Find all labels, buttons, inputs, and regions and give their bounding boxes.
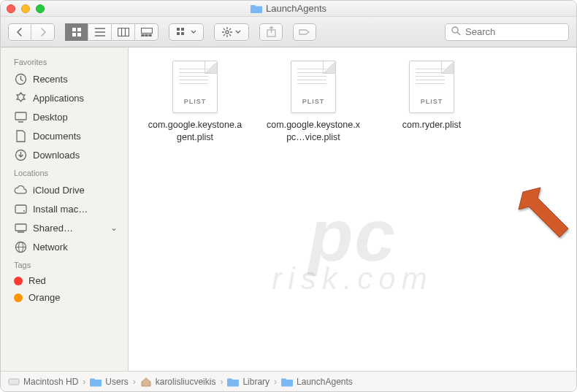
- sidebar-item-recents[interactable]: Recents: [8, 69, 123, 88]
- tags-button[interactable]: [293, 23, 316, 41]
- svg-rect-10: [142, 28, 153, 33]
- traffic-lights: [7, 4, 45, 13]
- sidebar-item-label: Install mac…: [33, 204, 88, 215]
- sidebar-item-installer[interactable]: Install mac…: [8, 199, 123, 218]
- sidebar-item-label: Applications: [33, 93, 84, 104]
- sidebar-item-label: Downloads: [33, 150, 80, 161]
- tag-orange-icon: [14, 293, 23, 302]
- gallery-view-button[interactable]: [135, 23, 158, 41]
- sidebar-section-locations: Locations: [8, 164, 128, 180]
- sidebar-tag-orange[interactable]: Orange: [8, 289, 123, 306]
- path-crumb[interactable]: karolisliucveikis: [140, 377, 216, 387]
- documents-icon: [14, 129, 27, 142]
- path-crumb[interactable]: Library: [227, 377, 270, 387]
- search-icon: [451, 26, 461, 39]
- icon-view-button[interactable]: [65, 23, 88, 41]
- sidebar-item-shared[interactable]: Shared… ⌄: [8, 218, 123, 237]
- plist-file-icon: PLIST: [172, 61, 218, 113]
- action-button-group: [214, 23, 249, 41]
- search-field[interactable]: [445, 23, 569, 41]
- svg-rect-17: [181, 32, 184, 35]
- svg-rect-16: [177, 32, 180, 35]
- list-view-button[interactable]: [88, 23, 112, 41]
- tag-red-icon: [14, 277, 23, 285]
- path-separator: ›: [83, 377, 85, 387]
- path-crumb[interactable]: LaunchAgents: [281, 377, 353, 387]
- plist-file-icon: PLIST: [409, 61, 454, 113]
- chevron-down-icon: [191, 30, 196, 34]
- arrange-button[interactable]: [169, 23, 204, 41]
- svg-rect-12: [145, 34, 148, 36]
- sidebar-item-label: Shared…: [33, 223, 73, 234]
- share-button[interactable]: [259, 23, 283, 41]
- svg-rect-11: [142, 34, 144, 36]
- sidebar-tag-red[interactable]: Red: [8, 272, 123, 289]
- share-icon: [267, 26, 276, 37]
- path-crumb[interactable]: Macintosh HD: [8, 377, 78, 387]
- disk-icon: [14, 202, 27, 215]
- svg-rect-3: [77, 33, 81, 36]
- folder-icon: [281, 377, 293, 387]
- downloads-icon: [14, 148, 27, 161]
- sidebar-item-label: Documents: [33, 131, 81, 142]
- file-name: com.ryder.plist: [383, 119, 481, 131]
- sidebar-section-favorites: Favorites: [8, 53, 128, 69]
- file-item[interactable]: PLIST com.google.keystone.agent.plist: [146, 61, 244, 144]
- sidebar-item-network[interactable]: Network: [8, 237, 123, 256]
- home-icon: [140, 377, 152, 387]
- svg-line-29: [457, 32, 460, 35]
- folder-icon: [227, 377, 239, 387]
- view-mode-buttons: [65, 23, 158, 41]
- globe-icon: [14, 240, 27, 253]
- svg-rect-1: [77, 28, 81, 31]
- svg-point-28: [452, 27, 458, 33]
- path-crumb[interactable]: Users: [90, 377, 128, 387]
- svg-rect-15: [181, 28, 184, 31]
- file-item[interactable]: PLIST com.ryder.plist: [383, 61, 481, 131]
- maximize-button[interactable]: [36, 4, 45, 13]
- annotation-arrow-icon: [517, 186, 576, 252]
- svg-point-35: [23, 210, 25, 212]
- back-button[interactable]: [8, 23, 31, 41]
- sidebar-item-label: Network: [33, 242, 68, 253]
- window-title-text: LaunchAgents: [266, 3, 326, 14]
- sidebar-item-label: Orange: [28, 292, 60, 303]
- svg-rect-7: [118, 28, 129, 36]
- path-separator: ›: [220, 377, 223, 387]
- tag-icon: [299, 28, 310, 36]
- sidebar-item-applications[interactable]: Applications: [8, 88, 123, 107]
- svg-rect-2: [72, 33, 76, 36]
- sidebar-item-desktop[interactable]: Desktop: [8, 107, 123, 126]
- forward-button[interactable]: [31, 23, 55, 41]
- action-button[interactable]: [214, 23, 249, 41]
- file-name: com.google.keystone.agent.plist: [146, 119, 244, 144]
- svg-line-24: [229, 34, 231, 36]
- sidebar-item-label: iCloud Drive: [33, 185, 85, 196]
- sidebar-item-icloud[interactable]: iCloud Drive: [8, 180, 123, 199]
- path-separator: ›: [133, 377, 136, 387]
- svg-line-23: [223, 28, 225, 30]
- apps-icon: [14, 91, 27, 104]
- column-view-button[interactable]: [112, 23, 135, 41]
- hdd-icon: [8, 377, 20, 387]
- chevron-down-icon: ⌄: [110, 223, 119, 233]
- chevron-down-icon: [235, 30, 241, 34]
- search-input[interactable]: [465, 26, 562, 37]
- minimize-button[interactable]: [21, 4, 30, 13]
- file-item[interactable]: PLIST com.google.keystone.xpc…vice.plist: [264, 61, 362, 144]
- sidebar-item-downloads[interactable]: Downloads: [8, 145, 123, 164]
- sidebar-item-documents[interactable]: Documents: [8, 126, 123, 145]
- sidebar: Favorites Recents Applications Desktop D…: [1, 47, 129, 371]
- tags-button-group: [293, 23, 316, 41]
- svg-rect-31: [15, 112, 26, 120]
- svg-rect-14: [177, 28, 180, 31]
- sidebar-item-label: Recents: [33, 74, 68, 85]
- svg-line-25: [229, 28, 231, 30]
- computer-icon: [14, 221, 27, 234]
- svg-rect-34: [15, 205, 26, 213]
- close-button[interactable]: [7, 4, 15, 13]
- titlebar: LaunchAgents: [1, 1, 576, 17]
- file-browser-content[interactable]: PLIST com.google.keystone.agent.plist PL…: [129, 47, 576, 371]
- path-separator: ›: [274, 377, 277, 387]
- svg-rect-41: [9, 379, 19, 385]
